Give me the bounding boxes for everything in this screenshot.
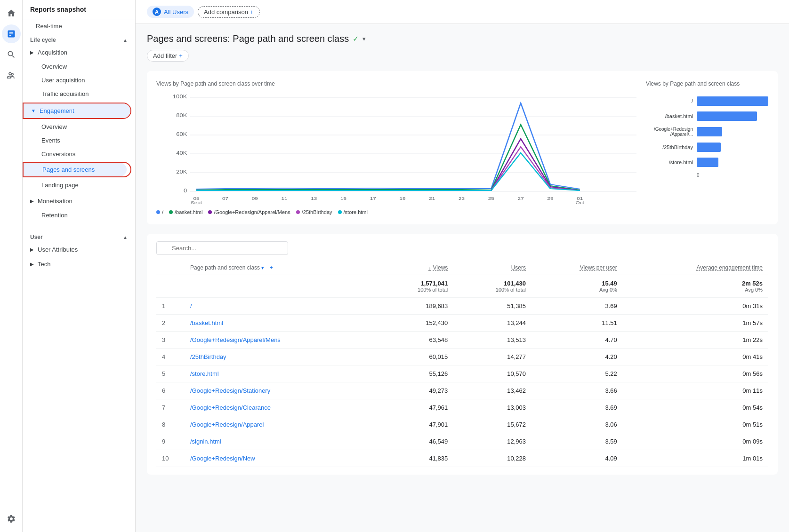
home-icon[interactable] bbox=[2, 4, 21, 23]
user-attributes-expand-icon: ▶ bbox=[30, 247, 34, 252]
check-icon: ✓ bbox=[353, 34, 359, 43]
sidebar-acquisition-overview[interactable]: Overview bbox=[23, 60, 131, 73]
sidebar-divider-1 bbox=[30, 226, 128, 226]
tech-expand-icon: ▶ bbox=[30, 262, 34, 267]
sidebar-acquisition[interactable]: ▶ Acquisition bbox=[23, 45, 131, 60]
sidebar-pages-screens[interactable]: Pages and screens bbox=[24, 163, 127, 176]
sidebar-events[interactable]: Events bbox=[23, 134, 131, 147]
add-column-button[interactable]: + bbox=[270, 264, 273, 271]
chart-section: Views by Page path and screen class over… bbox=[147, 71, 778, 224]
bar-chart: / /basket.html /Google+Redesign/Apparel/… bbox=[646, 96, 768, 178]
chart-legend: / /basket.html /Google+Redesign/Apparel/… bbox=[156, 209, 636, 215]
table-header-row: Page path and screen class ▾ + ↓ Views U… bbox=[156, 261, 768, 275]
legend-item-root: / bbox=[156, 209, 163, 215]
bar-basket bbox=[697, 111, 757, 121]
table-row: 8 /Google+Redesign/Apparel 47,901 15,672… bbox=[156, 416, 768, 433]
sidebar-engagement-overview[interactable]: Overview bbox=[23, 120, 131, 134]
col-page-path[interactable]: Page path and screen class ▾ + bbox=[185, 261, 376, 275]
svg-text:15: 15 bbox=[340, 196, 346, 200]
all-users-badge[interactable]: A All Users bbox=[147, 6, 194, 18]
col-users[interactable]: Users bbox=[453, 261, 531, 275]
svg-text:Oct: Oct bbox=[576, 200, 584, 205]
svg-text:60K: 60K bbox=[176, 132, 187, 137]
sidebar-user-acquisition[interactable]: User acquisition bbox=[23, 73, 131, 87]
sidebar-lifecycle-section[interactable]: Life cycle ▲ bbox=[23, 33, 135, 45]
legend-dot-root bbox=[156, 210, 160, 214]
sidebar-retention[interactable]: Retention bbox=[23, 208, 131, 222]
bar-root bbox=[697, 96, 768, 106]
table-row: 3 /Google+Redesign/Apparel/Mens 63,548 1… bbox=[156, 332, 768, 349]
sidebar-traffic-acquisition[interactable]: Traffic acquisition bbox=[23, 87, 131, 101]
line-chart-container: 100K 80K 60K 40K 20K 0 bbox=[156, 93, 636, 206]
sidebar-landing-page[interactable]: Landing page bbox=[23, 178, 131, 192]
table-row: 2 /basket.html 152,430 13,244 11.51 1m 5… bbox=[156, 315, 768, 332]
legend-dot-birthday bbox=[296, 210, 300, 214]
all-users-label: All Users bbox=[164, 8, 188, 16]
sidebar-conversions[interactable]: Conversions bbox=[23, 147, 131, 161]
search-explore-icon[interactable] bbox=[2, 45, 21, 64]
svg-text:80K: 80K bbox=[176, 113, 187, 118]
sort-icon: ↓ bbox=[429, 265, 431, 270]
content-area: Pages and screens: Page path and screen … bbox=[136, 24, 789, 484]
col-views-per-user[interactable]: Views per user bbox=[531, 261, 623, 275]
chart-right: Views by Page path and screen class / /b… bbox=[646, 80, 768, 215]
chart-left: Views by Page path and screen class over… bbox=[156, 80, 636, 215]
sidebar-tech[interactable]: ▶ Tech bbox=[23, 257, 131, 271]
table-row: 10 /Google+Redesign/New 41,835 10,228 4.… bbox=[156, 450, 768, 467]
total-views: 1,571,041 100% of total bbox=[376, 275, 454, 298]
settings-icon[interactable] bbox=[2, 509, 21, 528]
total-users: 101,430 100% of total bbox=[453, 275, 531, 298]
bar-row-birthday: /25thBirthday bbox=[646, 143, 768, 152]
analytics-icon[interactable] bbox=[2, 24, 21, 43]
sidebar-user-section[interactable]: User ▲ bbox=[23, 230, 135, 242]
table-row: 7 /Google+Redesign/Clearance 47,961 13,0… bbox=[156, 399, 768, 416]
search-wrapper: 🔍 bbox=[156, 241, 288, 255]
col-avg-engagement[interactable]: Average engagement time bbox=[623, 261, 768, 275]
col-views[interactable]: ↓ Views bbox=[376, 261, 454, 275]
search-row: 🔍 bbox=[156, 241, 768, 255]
monetisation-expand-icon: ▶ bbox=[30, 199, 34, 204]
badge-letter: A bbox=[153, 8, 161, 16]
sidebar-user-attributes[interactable]: ▶ User Attributes bbox=[23, 242, 131, 257]
table-section: 🔍 Page path and screen class ▾ + bbox=[147, 234, 778, 475]
lifecycle-chevron: ▲ bbox=[123, 38, 128, 43]
title-dropdown-icon[interactable]: ▾ bbox=[362, 35, 366, 42]
line-chart-svg: 100K 80K 60K 40K 20K 0 bbox=[156, 93, 636, 206]
filter-label: Add filter bbox=[153, 52, 177, 59]
page-title-row: Pages and screens: Page path and screen … bbox=[147, 33, 778, 44]
svg-text:29: 29 bbox=[547, 196, 553, 200]
sidebar-monetisation[interactable]: ▶ Monetisation bbox=[23, 194, 131, 208]
sidebar-real-time[interactable]: Real-time bbox=[23, 19, 131, 33]
sidebar-engagement[interactable]: ▼ Engagement bbox=[24, 103, 130, 118]
add-comparison-button[interactable]: Add comparison + bbox=[198, 6, 260, 18]
legend-dot-apparel bbox=[208, 210, 212, 214]
svg-text:27: 27 bbox=[518, 196, 524, 200]
totals-row: 1,571,041 100% of total 101,430 100% of … bbox=[156, 275, 768, 298]
table-row: 5 /store.html 55,126 10,570 5.22 0m 56s bbox=[156, 365, 768, 382]
user-section-chevron: ▲ bbox=[123, 235, 128, 240]
svg-text:20K: 20K bbox=[176, 169, 187, 175]
svg-text:19: 19 bbox=[400, 196, 406, 200]
legend-dot-store bbox=[338, 210, 342, 214]
bar-axis-zero: 0 bbox=[646, 173, 768, 178]
svg-text:17: 17 bbox=[370, 196, 376, 200]
legend-dot-basket bbox=[169, 210, 173, 214]
bar-birthday bbox=[697, 143, 721, 152]
search-input[interactable] bbox=[156, 241, 288, 255]
page-title: Pages and screens: Page path and screen … bbox=[147, 33, 349, 44]
table-row: 1 / 189,683 51,385 3.69 0m 31s bbox=[156, 298, 768, 315]
main-content: A All Users Add comparison + Pages and s… bbox=[136, 0, 789, 532]
bar-row-apparel: /Google+Redesign/Apparel/... bbox=[646, 127, 768, 137]
chart-left-title: Views by Page path and screen class over… bbox=[156, 80, 636, 87]
filter-plus-icon: + bbox=[179, 52, 183, 59]
total-vpu: 15.49 Avg 0% bbox=[531, 275, 623, 298]
audience-icon[interactable] bbox=[2, 66, 21, 85]
svg-text:07: 07 bbox=[222, 196, 228, 200]
add-filter-button[interactable]: Add filter + bbox=[147, 50, 189, 62]
svg-text:23: 23 bbox=[459, 196, 465, 200]
sidebar-reports-snapshot[interactable]: Reports snapshot bbox=[23, 0, 135, 19]
top-bar: A All Users Add comparison + bbox=[136, 0, 789, 24]
chart-right-title: Views by Page path and screen class bbox=[646, 80, 768, 87]
svg-text:13: 13 bbox=[311, 196, 317, 200]
filter-row: Add filter + bbox=[147, 50, 778, 62]
